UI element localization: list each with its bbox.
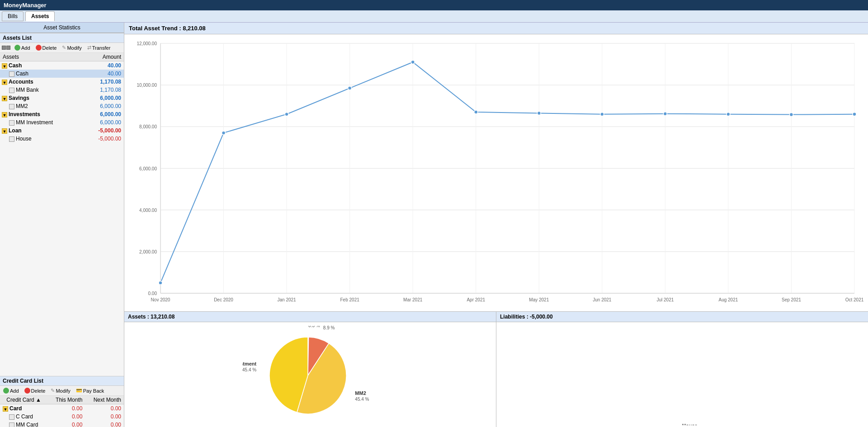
tab-bills[interactable]: Bills <box>2 11 24 21</box>
assets-table-container: Assets Amount ▼Cash40.00Cash40.00▼Accoun… <box>0 53 124 143</box>
svg-text:2,000.00: 2,000.00 <box>139 249 157 254</box>
trend-svg: 0.002,000.004,000.006,000.008,000.0010,0… <box>124 34 868 311</box>
app-title: MoneyManager <box>4 2 47 9</box>
svg-point-45 <box>474 110 478 114</box>
credit-row-name[interactable]: MM Card <box>0 421 47 427</box>
credit-row-name[interactable]: C Card <box>0 413 47 421</box>
svg-text:4,000.00: 4,000.00 <box>139 208 157 213</box>
assets-toolbar: Add Delete ✎ Modify ⇄ Transfer <box>0 43 124 53</box>
credit-row-name[interactable]: ▼Card <box>0 404 47 413</box>
panel-header: Asset Statistics <box>0 23 124 33</box>
svg-point-43 <box>348 86 352 90</box>
asset-row-name[interactable]: House <box>0 135 82 143</box>
col-assets: Assets <box>0 53 82 61</box>
svg-point-42 <box>285 113 288 116</box>
asset-row-name[interactable]: MM Bank <box>0 86 82 94</box>
grid-icon <box>2 46 6 50</box>
svg-text:8,000.00: 8,000.00 <box>139 124 157 129</box>
asset-row-amount: 6,000.00 <box>82 102 124 110</box>
transfer-asset-button[interactable]: ⇄ Transfer <box>86 44 112 51</box>
liabilities-pie-panel: Liabilities : -5,000.00 House100.0 % <box>496 312 868 427</box>
add-credit-button[interactable]: Add <box>2 387 20 394</box>
modify-icon: ✎ <box>62 45 66 51</box>
credit-table: Credit Card ▲ This Month Next Month ▼Car… <box>0 396 124 427</box>
svg-text:10,000.00: 10,000.00 <box>137 83 157 88</box>
svg-text:Dec 2020: Dec 2020 <box>214 297 233 302</box>
svg-text:House: House <box>682 423 698 425</box>
asset-row-amount: 1,170.08 <box>82 86 124 94</box>
tabbar: Bills Assets <box>0 10 868 23</box>
credit-section-header: Credit Card List <box>0 376 124 386</box>
asset-row-amount: 6,000.00 <box>82 94 124 102</box>
svg-text:Apr 2021: Apr 2021 <box>467 297 485 302</box>
credit-table-container: Credit Card ▲ This Month Next Month ▼Car… <box>0 396 124 427</box>
modify-credit-icon: ✎ <box>51 388 55 394</box>
asset-row-name[interactable]: ▼Investments <box>0 110 82 118</box>
asset-row-amount: 40.00 <box>82 61 124 70</box>
asset-row-amount: -5,000.00 <box>82 127 124 135</box>
asset-row-amount: 6,000.00 <box>82 118 124 127</box>
svg-point-50 <box>789 113 793 117</box>
svg-text:Oct 2021: Oct 2021 <box>845 297 864 302</box>
asset-row-name[interactable]: ▼Cash <box>0 61 82 70</box>
svg-text:Jul 2021: Jul 2021 <box>656 297 674 302</box>
svg-text:MM Investment: MM Investment <box>242 361 257 366</box>
add-credit-icon <box>3 388 9 394</box>
assets-pie-title: Assets : 13,210.08 <box>124 312 496 322</box>
trend-chart-title: Total Asset Trend : 8,210.08 <box>124 23 868 34</box>
tab-assets[interactable]: Assets <box>25 11 55 21</box>
svg-text:MM2: MM2 <box>355 390 366 396</box>
svg-point-46 <box>537 111 541 115</box>
svg-point-47 <box>600 113 604 116</box>
delete-credit-icon <box>24 388 30 394</box>
svg-text:8.9 %: 8.9 % <box>323 326 335 330</box>
credit-toolbar: Add Delete ✎ Modify 💳 Pay Back <box>0 386 124 396</box>
bottom-panels: Assets : 13,210.08 Cash0.3 %MM Bank8.9 %… <box>124 311 868 427</box>
svg-text:Jan 2021: Jan 2021 <box>278 297 297 302</box>
svg-text:Aug 2021: Aug 2021 <box>718 297 738 302</box>
delete-asset-button[interactable]: Delete <box>34 44 58 51</box>
asset-row-amount: 6,000.00 <box>82 110 124 118</box>
svg-text:Jun 2021: Jun 2021 <box>593 297 612 302</box>
svg-point-49 <box>726 113 730 116</box>
svg-text:Sep 2021: Sep 2021 <box>782 297 801 302</box>
left-panel: Asset Statistics Assets List Add Delete … <box>0 23 124 427</box>
liabilities-pie-svg: House100.0 % <box>614 326 750 425</box>
assets-pie-panel: Assets : 13,210.08 Cash0.3 %MM Bank8.9 %… <box>124 312 496 427</box>
list-icon <box>6 46 10 50</box>
asset-row-name[interactable]: MM2 <box>0 102 82 110</box>
svg-text:0.3 %: 0.3 % <box>308 326 320 328</box>
asset-row-name[interactable]: Cash <box>0 70 82 78</box>
svg-point-41 <box>222 131 226 135</box>
asset-row-name[interactable]: ▼Accounts <box>0 78 82 86</box>
asset-row-name[interactable]: ▼Loan <box>0 127 82 135</box>
svg-text:0.00: 0.00 <box>148 291 157 296</box>
asset-row-name[interactable]: MM Investment <box>0 118 82 127</box>
main-container: Asset Statistics Assets List Add Delete … <box>0 23 868 427</box>
payback-icon: 💳 <box>76 388 82 394</box>
svg-text:Feb 2021: Feb 2021 <box>340 297 360 302</box>
col-this-month: This Month <box>47 396 85 404</box>
add-asset-button[interactable]: Add <box>13 44 32 51</box>
trend-chart: 0.002,000.004,000.006,000.008,000.0010,0… <box>124 34 868 311</box>
icon-grid-view <box>2 46 10 50</box>
transfer-icon: ⇄ <box>87 45 91 51</box>
modify-credit-button[interactable]: ✎ Modify <box>49 387 71 394</box>
titlebar: MoneyManager <box>0 0 868 10</box>
svg-point-40 <box>159 281 162 285</box>
liabilities-pie-title: Liabilities : -5,000.00 <box>496 312 868 322</box>
svg-point-51 <box>853 113 856 116</box>
modify-asset-button[interactable]: ✎ Modify <box>61 44 83 51</box>
asset-row-amount: -5,000.00 <box>82 135 124 143</box>
col-credit-card: Credit Card ▲ <box>0 396 47 404</box>
col-amount: Amount <box>82 53 124 61</box>
assets-section-header: Assets List <box>0 33 124 43</box>
svg-text:Nov 2020: Nov 2020 <box>151 297 170 302</box>
delete-credit-button[interactable]: Delete <box>23 387 47 394</box>
svg-point-48 <box>663 112 667 116</box>
svg-text:6,000.00: 6,000.00 <box>139 166 157 171</box>
assets-table: Assets Amount ▼Cash40.00Cash40.00▼Accoun… <box>0 53 124 143</box>
liabilities-pie-container: House100.0 % <box>496 322 868 427</box>
payback-credit-button[interactable]: 💳 Pay Back <box>75 387 105 394</box>
asset-row-name[interactable]: ▼Savings <box>0 94 82 102</box>
